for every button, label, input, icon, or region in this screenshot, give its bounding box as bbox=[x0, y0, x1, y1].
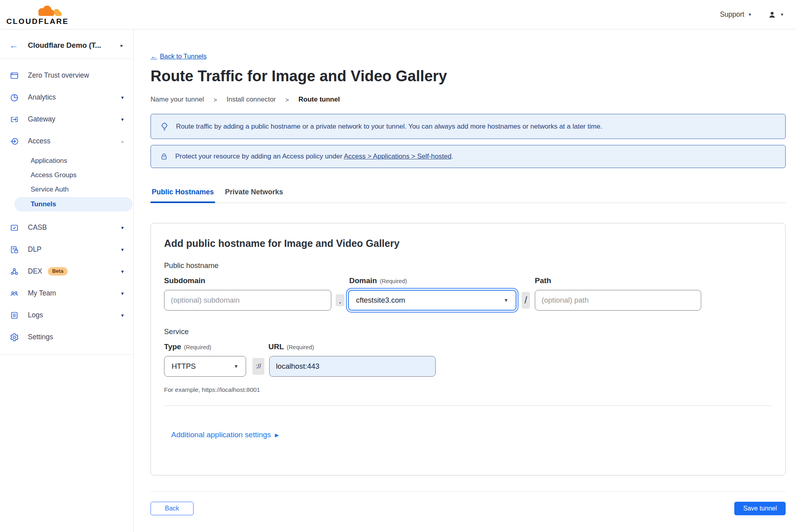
sidebar-item-casb[interactable]: CASB ▼ bbox=[0, 217, 133, 239]
chevron-down-icon: ▼ bbox=[120, 269, 125, 274]
domain-select[interactable]: cftestsite3.com ▼ bbox=[348, 290, 516, 311]
lightbulb-icon bbox=[160, 122, 169, 131]
sidebar-item-label: CASB bbox=[28, 223, 47, 232]
sidebar-item-label: Logs bbox=[28, 311, 43, 319]
domain-label-text: Domain bbox=[349, 276, 377, 285]
sidebar-item-applications[interactable]: Applications bbox=[0, 154, 133, 168]
chevron-down-icon: ▼ bbox=[120, 291, 125, 296]
team-icon bbox=[10, 289, 19, 298]
sidebar-item-label: My Team bbox=[28, 289, 56, 297]
footer-actions: Back Save tunnel bbox=[151, 502, 786, 515]
slash-separator: / bbox=[522, 292, 530, 309]
pie-chart-icon bbox=[10, 93, 19, 102]
service-labels-row: Type(Required) URL(Required) bbox=[164, 342, 772, 351]
type-label: Type(Required) bbox=[164, 342, 268, 351]
required-hint: (Required) bbox=[287, 344, 314, 350]
back-link-label: Back to Tunnels bbox=[160, 53, 207, 60]
logs-icon bbox=[10, 311, 19, 320]
path-input[interactable] bbox=[535, 290, 701, 311]
additional-application-settings-link[interactable]: Additional application settings ▶ bbox=[171, 430, 279, 439]
cloudflare-logo-text: CLOUDFLARE bbox=[6, 18, 69, 25]
access-icon bbox=[10, 137, 19, 146]
step-separator: > bbox=[286, 96, 289, 103]
chevron-down-icon: ▼ bbox=[120, 95, 125, 100]
account-name: Cloudflare Demo (T... bbox=[28, 41, 101, 50]
select-caret-icon: ▼ bbox=[504, 297, 509, 303]
back-button[interactable]: Back bbox=[151, 502, 194, 515]
save-tunnel-button[interactable]: Save tunnel bbox=[734, 502, 786, 515]
url-label-text: URL bbox=[268, 342, 284, 351]
sidebar-item-dex[interactable]: DEX Beta ▼ bbox=[0, 260, 133, 282]
casb-icon bbox=[10, 223, 19, 233]
url-label: URL(Required) bbox=[268, 342, 314, 351]
additional-settings-label: Additional application settings bbox=[171, 430, 271, 439]
scheme-separator: :// bbox=[252, 358, 264, 375]
sidebar-item-service-auth[interactable]: Service Auth bbox=[0, 182, 133, 197]
tab-bar: Public Hostnames Private Networks bbox=[151, 188, 786, 203]
sidebar-item-label: Zero Trust overview bbox=[28, 71, 89, 80]
step-name-your-tunnel: Name your tunnel bbox=[151, 96, 204, 104]
support-menu[interactable]: Support ▼ bbox=[720, 10, 752, 19]
access-applications-self-hosted-link[interactable]: Access > Applications > Self-hosted bbox=[344, 153, 451, 160]
gateway-icon bbox=[10, 115, 19, 124]
document-lock-icon bbox=[10, 245, 19, 254]
user-icon bbox=[768, 10, 776, 19]
account-switcher[interactable]: ← Cloudflare Demo (T... ▸ bbox=[0, 37, 133, 53]
beta-badge: Beta bbox=[48, 267, 68, 275]
sidebar-item-my-team[interactable]: My Team ▼ bbox=[0, 282, 133, 304]
path-label: Path bbox=[535, 276, 551, 285]
sidebar-item-analytics[interactable]: Analytics ▼ bbox=[0, 86, 133, 108]
profile-caret-icon: ▼ bbox=[780, 13, 784, 17]
footer-divider bbox=[151, 491, 786, 492]
sidebar-bottom-divider bbox=[0, 354, 133, 355]
expand-right-icon: ▶ bbox=[275, 432, 279, 438]
gear-icon bbox=[10, 332, 19, 342]
sidebar-item-dlp[interactable]: DLP ▼ bbox=[0, 239, 133, 260]
profile-menu[interactable]: ▼ bbox=[768, 10, 784, 19]
sidebar-item-gateway[interactable]: Gateway ▼ bbox=[0, 108, 133, 130]
domain-select-value: cftestsite3.com bbox=[356, 296, 405, 305]
url-input[interactable] bbox=[269, 356, 436, 377]
tab-public-hostnames[interactable]: Public Hostnames bbox=[151, 188, 215, 203]
card-heading: Add public hostname for Image and Video … bbox=[164, 238, 772, 249]
sidebar: ← Cloudflare Demo (T... ▸ Zero Trust ove… bbox=[0, 29, 134, 532]
page-title: Route Traffic for Image and Video Galler… bbox=[151, 67, 786, 85]
route-traffic-banner-text: Route traffic by adding a public hostnam… bbox=[176, 123, 602, 131]
sidebar-item-settings[interactable]: Settings bbox=[0, 326, 133, 348]
chevron-down-icon: ▼ bbox=[120, 117, 125, 122]
service-inputs-row: HTTPS ▼ :// bbox=[164, 356, 772, 377]
back-to-tunnels-link[interactable]: ← Back to Tunnels bbox=[151, 53, 207, 60]
type-label-text: Type bbox=[164, 342, 181, 351]
tab-private-networks[interactable]: Private Networks bbox=[224, 188, 284, 203]
sidebar-item-tunnels[interactable]: Tunnels bbox=[14, 197, 133, 211]
required-hint: (Required) bbox=[184, 344, 211, 350]
sidebar-item-access-groups[interactable]: Access Groups bbox=[0, 168, 133, 182]
sidebar-item-logs[interactable]: Logs ▼ bbox=[0, 304, 133, 326]
main-content: ← Back to Tunnels Route Traffic for Imag… bbox=[134, 29, 796, 532]
access-policy-banner: Protect your resource by adding an Acces… bbox=[151, 145, 786, 168]
top-bar-right: Support ▼ ▼ bbox=[720, 10, 784, 19]
window-icon bbox=[10, 71, 19, 80]
account-back-arrow-icon[interactable]: ← bbox=[10, 41, 18, 50]
type-select[interactable]: HTTPS ▼ bbox=[164, 356, 246, 377]
step-install-connector: Install connector bbox=[227, 96, 276, 104]
spacer bbox=[0, 212, 133, 217]
dot-separator: . bbox=[336, 294, 344, 306]
subdomain-input[interactable] bbox=[164, 290, 331, 311]
cloudflare-logo[interactable]: CLOUDFLARE bbox=[6, 4, 63, 25]
wizard-steps: Name your tunnel > Install connector > R… bbox=[151, 96, 786, 104]
lock-icon bbox=[160, 152, 168, 161]
chevron-up-icon: ▲ bbox=[120, 139, 125, 144]
route-traffic-banner: Route traffic by adding a public hostnam… bbox=[151, 114, 786, 139]
sidebar-item-zero-trust-overview[interactable]: Zero Trust overview bbox=[0, 65, 133, 86]
sidebar-nav: Zero Trust overview Analytics ▼ Gateway … bbox=[0, 65, 133, 355]
hostname-labels-row: Subdomain Domain(Required) Path bbox=[164, 276, 772, 285]
url-example-text: For example, https://localhost:8001 bbox=[164, 386, 772, 393]
network-nodes-icon bbox=[10, 267, 19, 276]
hostname-inputs-row: . cftestsite3.com ▼ / bbox=[164, 290, 772, 311]
banner-text-prefix: Protect your resource by adding an Acces… bbox=[175, 153, 342, 160]
support-caret-icon: ▼ bbox=[748, 13, 752, 17]
sidebar-item-access[interactable]: Access ▲ bbox=[0, 130, 133, 152]
step-route-tunnel: Route tunnel bbox=[299, 96, 340, 104]
chevron-down-icon: ▼ bbox=[120, 247, 125, 252]
